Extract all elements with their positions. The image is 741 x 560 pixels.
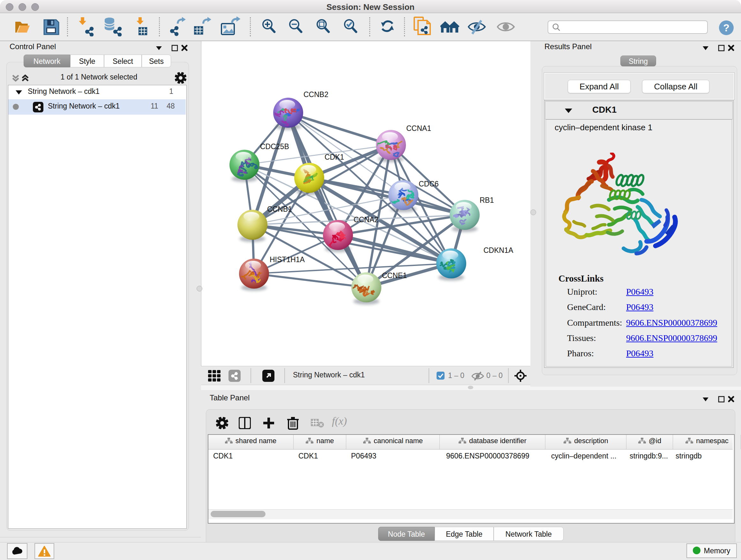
svg-text:CDC25B: CDC25B bbox=[260, 142, 289, 151]
svg-text:RB1: RB1 bbox=[480, 196, 494, 204]
svg-text:CCNB1: CCNB1 bbox=[267, 205, 292, 213]
svg-text:CDK1: CDK1 bbox=[325, 153, 344, 161]
svg-text:HIST1H1A: HIST1H1A bbox=[270, 255, 305, 264]
svg-text:CCNA2: CCNA2 bbox=[354, 215, 379, 224]
svg-text:CDC6: CDC6 bbox=[419, 180, 439, 188]
svg-text:CCNE1: CCNE1 bbox=[382, 271, 407, 280]
svg-text:CCNA1: CCNA1 bbox=[406, 124, 431, 132]
svg-text:CDKN1A: CDKN1A bbox=[483, 246, 514, 254]
svg-text:CCNB2: CCNB2 bbox=[304, 90, 328, 99]
